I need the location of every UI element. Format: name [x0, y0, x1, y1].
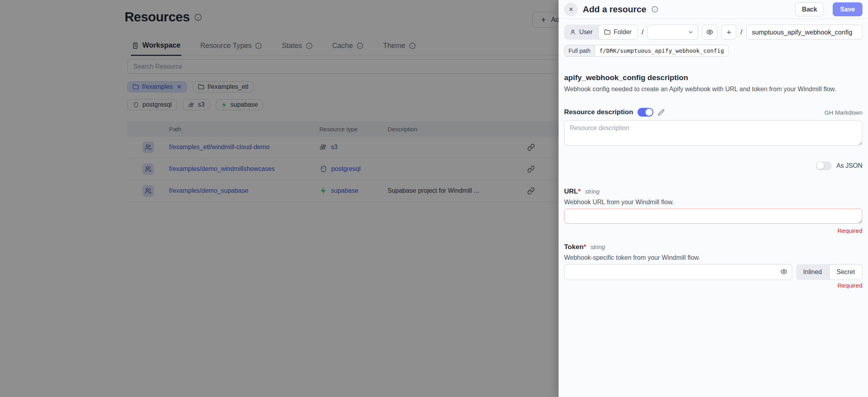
- full-path-group: Full path f/DRK/sumptuous_apify_webhook_…: [564, 45, 729, 57]
- plus-icon: [726, 29, 732, 36]
- as-json-label: As JSON: [836, 162, 862, 169]
- info-icon: [651, 6, 658, 13]
- required-star: *: [584, 243, 586, 251]
- token-field-type: string: [590, 244, 605, 250]
- owner-kind-toggle: User Folder: [564, 25, 638, 40]
- user-icon: [570, 29, 576, 35]
- save-button[interactable]: Save: [833, 2, 862, 16]
- gh-markdown-label: GH Markdown: [824, 109, 862, 116]
- pencil-icon[interactable]: [658, 109, 664, 116]
- drawer-title: Add a resource: [583, 4, 646, 15]
- url-field-block: URL* string Webhook URL from your Windmi…: [564, 188, 862, 234]
- owner-folder-option[interactable]: Folder: [598, 25, 638, 40]
- view-folder-button[interactable]: [702, 25, 717, 40]
- url-field-label: URL*: [564, 188, 581, 196]
- add-resource-drawer: Add a resource Back Save User: [559, 0, 868, 397]
- folder-select[interactable]: [647, 25, 698, 40]
- eye-icon[interactable]: [780, 268, 787, 275]
- url-field-type: string: [585, 188, 600, 195]
- token-required-note: Required: [564, 282, 862, 289]
- new-folder-button[interactable]: [721, 25, 736, 40]
- back-button[interactable]: Back: [795, 2, 824, 16]
- token-mode-toggle: Inlined Secret: [796, 264, 862, 280]
- token-field-label: Token*: [564, 243, 586, 251]
- resource-type-heading: apify_webhook_config description: [564, 73, 862, 82]
- path-builder-row: User Folder /: [564, 25, 862, 40]
- chevron-down-icon: [687, 29, 694, 35]
- screen: Resources Add resource Workspace Resourc…: [0, 0, 868, 397]
- resource-description-label: Resource description: [564, 108, 633, 116]
- close-icon: [568, 6, 574, 12]
- token-input[interactable]: [564, 264, 792, 280]
- description-toggle[interactable]: [638, 108, 653, 117]
- full-path-label: Full path: [565, 45, 595, 56]
- token-inlined-option[interactable]: Inlined: [796, 264, 829, 280]
- folder-icon: [604, 29, 611, 35]
- owner-user-option[interactable]: User: [564, 25, 598, 40]
- full-path-value: f/DRK/sumptuous_apify_webhook_config: [595, 45, 728, 56]
- token-field-help: Webhook-specific token from your Windmil…: [564, 254, 862, 261]
- resource-type-description: Webhook config needed to create an Apify…: [564, 86, 862, 93]
- url-field-help: Webhook URL from your Windmill flow.: [564, 199, 862, 206]
- eye-icon: [706, 29, 713, 36]
- url-required-note: Required: [564, 227, 862, 234]
- as-json-row: As JSON: [564, 161, 862, 170]
- url-input[interactable]: [564, 209, 862, 224]
- as-json-toggle[interactable]: [816, 161, 832, 170]
- required-star: *: [578, 188, 581, 195]
- token-secret-option[interactable]: Secret: [829, 264, 862, 280]
- close-button[interactable]: [564, 3, 578, 16]
- resource-name-input[interactable]: [746, 25, 862, 40]
- token-field-block: Token* string Webhook-specific token fro…: [564, 243, 862, 289]
- resource-description-row: Resource description GH Markdown: [564, 108, 862, 117]
- drawer-header: Add a resource Back Save: [559, 0, 868, 19]
- resource-description-textarea[interactable]: [564, 120, 862, 146]
